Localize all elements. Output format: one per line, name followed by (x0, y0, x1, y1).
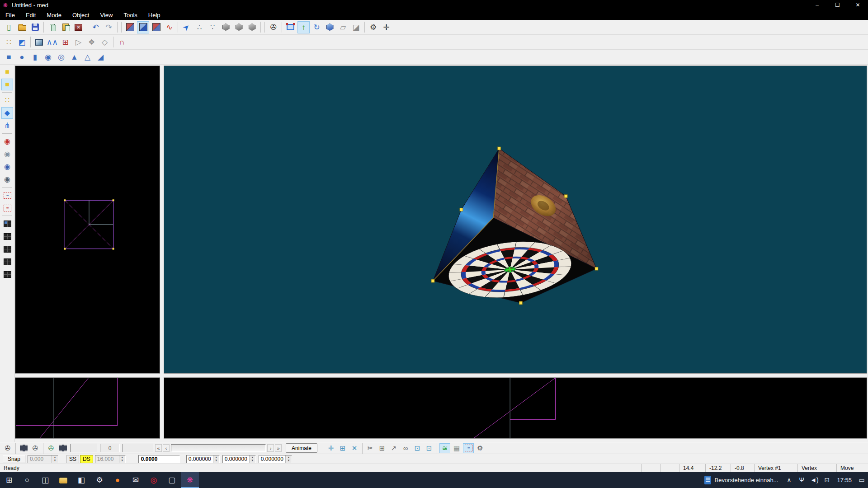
anim-grid-button[interactable]: ▦ (451, 443, 462, 453)
mesh-cube-b-button[interactable] (233, 21, 245, 33)
mode-bone-button[interactable]: ⋔ (1, 120, 13, 131)
keyframe-camera-button[interactable]: ✇ (46, 443, 57, 453)
mode-flat-shade-button[interactable]: ■ (1, 66, 13, 78)
frame-list-button[interactable] (18, 443, 29, 453)
anim-end-field[interactable] (123, 444, 153, 452)
mesh-cube-c-button[interactable] (246, 21, 258, 33)
ds-toggle[interactable]: DS (80, 455, 93, 463)
hide-unselected-button[interactable]: ◉ (1, 148, 13, 160)
primitive-pyramid-button[interactable]: ▲ (68, 51, 80, 63)
ss-toggle[interactable]: SS (66, 455, 79, 463)
menu-object[interactable]: Object (67, 11, 95, 19)
anim-node-delete-button[interactable]: ✕ (349, 443, 360, 453)
anim-cube-nodes-b-button[interactable]: ⊡ (424, 443, 434, 453)
rotate-tool-button[interactable]: ↻ (311, 21, 323, 33)
menu-file[interactable]: File (0, 11, 20, 19)
camera-pair-button[interactable]: ✇ (30, 443, 41, 453)
new-document-button[interactable]: ▯ (3, 21, 15, 33)
anim-curves-button[interactable]: ≋ (439, 443, 450, 453)
add-vertex-button[interactable]: ∷ (3, 36, 15, 48)
mesh-cube-a-button[interactable] (220, 21, 232, 33)
pan-view-button[interactable]: ✛ (380, 21, 392, 33)
mode-vertex-button[interactable]: ∷ (1, 94, 13, 106)
spinner-arrows-icon[interactable]: ▲▼ (249, 455, 255, 463)
taskbar-clock[interactable]: 17:55 (833, 477, 855, 483)
viewport-layout-2-button[interactable] (1, 230, 13, 242)
snap-value-spinner[interactable]: 0.000▲▼ (28, 455, 58, 463)
firefox-button[interactable]: ● (108, 472, 127, 488)
spinner-arrows-icon[interactable]: ▲▼ (52, 455, 58, 463)
turn-edge-button[interactable]: ❖ (85, 36, 98, 48)
spinner-arrows-icon[interactable]: ▲▼ (213, 455, 219, 463)
anim-select-box-button[interactable] (463, 443, 474, 453)
primitive-sphere-button[interactable]: ● (16, 51, 28, 63)
delete-button[interactable]: ✕ (72, 21, 85, 33)
viewport-layout-4-button[interactable] (1, 256, 13, 267)
tray-volume-button[interactable]: ◄) (808, 472, 821, 488)
animate-button[interactable]: Animate (286, 443, 317, 453)
settings-button[interactable]: ⚙ (90, 472, 108, 488)
primitive-cone-button[interactable]: △ (81, 51, 94, 63)
unhide-all-button[interactable]: ◉ (1, 174, 13, 185)
primitive-donut-button[interactable]: ◎ (55, 51, 67, 63)
start-button[interactable]: ⊞ (0, 472, 18, 488)
vertex-cloud-b-button[interactable]: ∵ (207, 21, 219, 33)
store-button[interactable]: ◧ (72, 472, 90, 488)
anim-link-nodes-button[interactable]: ∞ (400, 443, 411, 453)
pin-tool-button[interactable]: ➤ (180, 21, 193, 33)
anim-arrow-node-button[interactable]: ↗ (388, 443, 399, 453)
connect-points-button[interactable]: ∿ (163, 21, 175, 33)
record-camera-button[interactable]: ✇ (2, 443, 13, 453)
frame-last-button[interactable]: » (275, 444, 282, 452)
viewport-bottom-right[interactable] (164, 377, 867, 439)
viewport-3d[interactable] (164, 66, 867, 374)
menu-edit[interactable]: Edit (20, 11, 41, 19)
face-select-red-a-button[interactable] (124, 21, 136, 33)
primitive-torus-button[interactable]: ◉ (42, 51, 54, 63)
scale-tool-button[interactable] (324, 21, 336, 33)
coord-x-spinner[interactable]: 0.000000▲▼ (186, 455, 220, 463)
settings-gear-button[interactable]: ⚙ (367, 21, 379, 33)
mode-face-button[interactable]: ◆ (1, 107, 13, 119)
frame-next-button[interactable]: › (267, 444, 274, 452)
grid-size-spinner[interactable]: 16.000▲▼ (95, 455, 126, 463)
copy-button[interactable] (46, 21, 58, 33)
snap-button[interactable]: Snap (3, 455, 25, 463)
menu-mode[interactable]: Mode (41, 11, 67, 19)
hide-selected-button[interactable]: ◉ (1, 136, 13, 147)
shear-tool-button[interactable]: ▱ (337, 21, 349, 33)
tray-chevron-button[interactable]: ∧ (783, 472, 795, 488)
viewport-bottom-left[interactable] (15, 377, 160, 439)
anim-cube-nodes-a-button[interactable]: ⊡ (412, 443, 423, 453)
anim-frame-field[interactable]: 0 (100, 444, 120, 452)
primitive-cube-button[interactable]: ■ (3, 51, 15, 63)
save-file-button[interactable] (29, 21, 41, 33)
face-select-blue-button[interactable] (137, 21, 149, 33)
opera-button[interactable]: ◎ (145, 472, 163, 488)
redo-button[interactable]: ↷ (103, 21, 115, 33)
mode-solid-shade-button[interactable]: ■ (1, 79, 13, 90)
select-visible-button[interactable] (1, 189, 13, 201)
animation-film-button[interactable] (57, 443, 68, 453)
tray-usb-button[interactable]: Ψ (795, 472, 808, 488)
vertex-cloud-a-button[interactable]: ∴ (193, 21, 206, 33)
menu-tools[interactable]: Tools (118, 11, 142, 19)
tray-network-button[interactable]: ⊡ (821, 472, 833, 488)
news-widget[interactable]: Bevorstehende einnah... (700, 472, 783, 488)
anim-node-move-button[interactable]: ✛ (326, 443, 336, 453)
frame-prev-button[interactable]: ‹ (163, 444, 170, 452)
task-view-button[interactable]: ◫ (36, 472, 54, 488)
anim-grid-select-button[interactable]: ⊞ (377, 443, 387, 453)
select-tool-button[interactable] (284, 21, 297, 33)
open-file-button[interactable] (16, 21, 28, 33)
mail-button[interactable]: ✉ (127, 472, 145, 488)
viewport-layout-5-button[interactable] (1, 268, 13, 280)
spinner-arrows-icon[interactable]: ▲▼ (285, 455, 292, 463)
frame-first-button[interactable]: « (155, 444, 162, 452)
anim-node-grid-button[interactable]: ⊞ (337, 443, 348, 453)
med-app-button[interactable]: ❋ (181, 472, 199, 488)
paste-button[interactable] (59, 21, 71, 33)
maximize-button[interactable]: ☐ (827, 0, 848, 10)
frame-slider-track[interactable] (171, 444, 266, 452)
viewport-layout-3-button[interactable] (1, 243, 13, 255)
